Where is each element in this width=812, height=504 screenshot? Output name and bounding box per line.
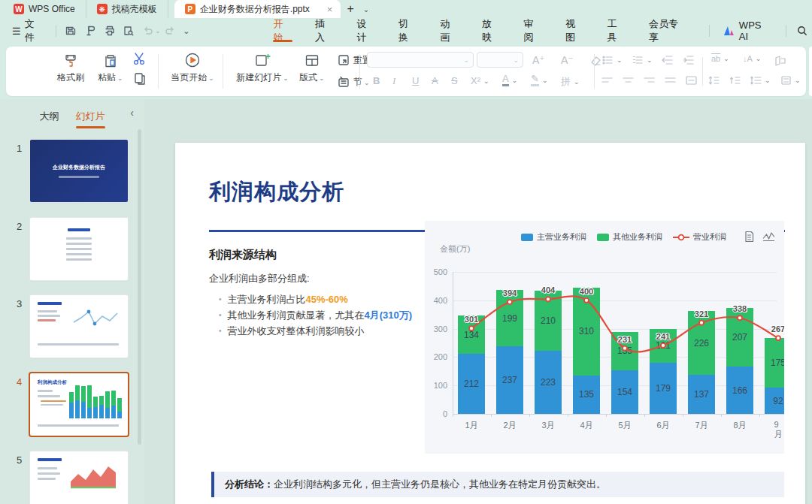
new-tab-dropdown-icon[interactable]: ⌄ [360, 0, 372, 18]
justify-button[interactable] [665, 75, 676, 86]
editing-canvas: 利润构成分析 利润来源结构 企业利润由多部分组成: •主营业务利润占比45%-6… [144, 99, 812, 504]
bold-button[interactable]: B [373, 75, 380, 86]
line-value-label: 400 [580, 287, 593, 296]
strikethrough-button[interactable]: S [451, 75, 458, 86]
new-slide-button[interactable]: 新建幻灯片⌄ [230, 53, 295, 84]
tab-docer-template[interactable]: ❋ 找稿壳模板 [86, 0, 168, 18]
pane-tab-strip: 大纲 幻灯片 [0, 105, 144, 128]
menu-tab-4[interactable]: 切换 [387, 18, 429, 44]
thumb4-bar [99, 396, 104, 418]
underline-button[interactable]: U [412, 75, 419, 86]
menu-tab-10[interactable]: 会员专享 [638, 18, 698, 44]
bar-value-label: 237 [502, 375, 517, 385]
highlight-color-button[interactable]: ✎⌄ [531, 74, 547, 86]
align-center-button[interactable] [623, 75, 634, 86]
section-button[interactable]: 节⌄ [337, 75, 370, 89]
align-right-button[interactable] [644, 75, 655, 86]
menu-tab-2[interactable]: 插入 [304, 18, 346, 44]
distribute-text-button[interactable] [686, 75, 697, 86]
export-icon[interactable] [80, 22, 100, 40]
slide-number: 1 [17, 143, 22, 154]
decrease-font-button[interactable]: A⁻ [561, 54, 574, 66]
layout-button[interactable]: 版式⌄ [299, 53, 325, 84]
thumb4-bar [105, 391, 110, 418]
thumb4-bar-chart [69, 384, 122, 418]
tab-slides[interactable]: 幻灯片 [76, 110, 105, 123]
line-spacing-vert-button[interactable] [708, 75, 720, 86]
thumb4-bar [75, 385, 80, 418]
print-icon[interactable] [100, 22, 120, 40]
line-value-label: 301 [465, 315, 478, 324]
line-spacing-button[interactable]: ⌄ [750, 75, 771, 86]
menu-tab-1[interactable]: 开始 [262, 18, 304, 44]
print-preview-icon[interactable] [119, 22, 138, 40]
y-tick-label: 500 [426, 267, 447, 276]
text-direction-button[interactable]: ↓A⌄ [743, 54, 761, 63]
paragraph-spacing-button[interactable] [729, 75, 741, 86]
more-commands-icon[interactable]: ⌄ [183, 26, 189, 36]
chart-object[interactable]: 金额(万) 主营业务利润其他业务利润营业利润 01002003004005002… [425, 221, 784, 454]
undo-dropdown-icon[interactable]: ⌄ [155, 27, 161, 35]
ppt-file-icon: P [185, 4, 195, 14]
x-tick-label: 9月 [774, 420, 783, 440]
slide-title-textbox[interactable]: 利润构成分析 [209, 177, 344, 207]
menu-tab-3[interactable]: 设计 [346, 18, 388, 44]
align-objects-button[interactable]: ⌄ [780, 75, 801, 86]
bullet-list[interactable]: •主营业务利润占比45%-60%•其他业务利润贡献显著，尤其在4月(310万)•… [219, 291, 412, 339]
new-slide-icon [254, 53, 271, 69]
tab-outline[interactable]: 大纲 [40, 110, 59, 123]
tab-label: WPS Office [29, 4, 75, 14]
section-heading[interactable]: 利润来源结构 [209, 248, 277, 262]
align-left-button[interactable] [601, 75, 613, 86]
font-family-select[interactable]: ⌄ [367, 52, 474, 68]
current-slide[interactable]: 利润构成分析 利润来源结构 企业利润由多部分组成: •主营业务利润占比45%-6… [175, 143, 805, 504]
slide-thumbnail-3[interactable] [30, 295, 128, 358]
menu-tab-9[interactable]: 工具 [596, 18, 638, 44]
bullet-list-button[interactable]: ⌄ [601, 54, 623, 66]
menu-tab-7[interactable]: 审阅 [513, 18, 555, 44]
save-icon[interactable] [61, 22, 80, 40]
font-color-button[interactable]: A⌄ [502, 74, 517, 86]
redo-icon[interactable] [161, 22, 180, 40]
file-menu-button[interactable]: ☰ 文件 [0, 17, 51, 44]
copy-button[interactable] [132, 71, 147, 86]
paste-button[interactable]: 粘贴⌄ [98, 53, 123, 84]
menu-tab-5[interactable]: 动画 [429, 18, 471, 44]
bullet-item: •主营业务利润占比45%-60% [219, 291, 412, 307]
superscript-button[interactable]: X²⌄ [471, 75, 489, 86]
slide-thumbnail-1[interactable]: 企业财务数据分析报告 [30, 140, 128, 202]
slide-thumbnail-2[interactable] [30, 218, 128, 280]
slide-thumbnail-4[interactable]: 利润构成分析 [30, 373, 128, 436]
format-painter-button[interactable]: 格式刷 [57, 53, 84, 84]
slide-panel: 大纲 幻灯片 ‹ 1 企业财务数据分析报告 2 3 4 利润构成分析 [0, 99, 144, 504]
intro-text[interactable]: 企业利润由多部分组成: [209, 272, 310, 285]
tab-wps-office[interactable]: W WPS Office [3, 0, 86, 18]
bullet-text: 主营业务利润占比45%-60% [228, 291, 348, 307]
convert-textbox-button[interactable] [774, 54, 786, 66]
sidebar-scrollbar[interactable] [138, 129, 141, 445]
strike-a-button[interactable]: A [432, 75, 438, 86]
phonetic-guide-button[interactable]: 拼⌄ [561, 75, 580, 89]
new-tab-button[interactable]: + [341, 0, 359, 18]
italic-button[interactable]: I [392, 75, 395, 87]
tab-document[interactable]: P 企业财务数据分析报告.pptx × [174, 0, 341, 18]
cut-button[interactable] [132, 51, 147, 66]
thumb4-bar [87, 385, 92, 419]
conclusion-block[interactable]: 分析结论：企业利润结构多元化，但主营业务仍是核心，其他业务在特定月份贡献突出。 [211, 472, 784, 497]
increase-font-button[interactable]: A⁺ [532, 54, 545, 66]
increase-indent-button[interactable] [683, 54, 695, 66]
numbered-list-button[interactable]: ⌄ [632, 54, 653, 66]
character-spacing-button[interactable]: ab⌄ [711, 54, 729, 63]
close-tab-icon[interactable]: × [325, 4, 335, 15]
collapse-panel-icon[interactable]: ‹ [130, 107, 134, 119]
play-from-current-button[interactable]: 当页开始⌄ [165, 51, 220, 84]
decrease-indent-button[interactable] [662, 54, 674, 66]
wps-logo-icon: W [14, 4, 24, 14]
wps-ai-button[interactable]: WPS AI [714, 20, 781, 42]
search-icon[interactable] [792, 22, 812, 40]
font-size-select[interactable]: ⌄ [477, 52, 523, 68]
menu-tab-8[interactable]: 视图 [554, 18, 596, 44]
menu-tab-6[interactable]: 放映 [471, 18, 513, 44]
clear-format-button[interactable] [589, 54, 602, 67]
slide-thumbnail-5[interactable] [30, 451, 128, 504]
